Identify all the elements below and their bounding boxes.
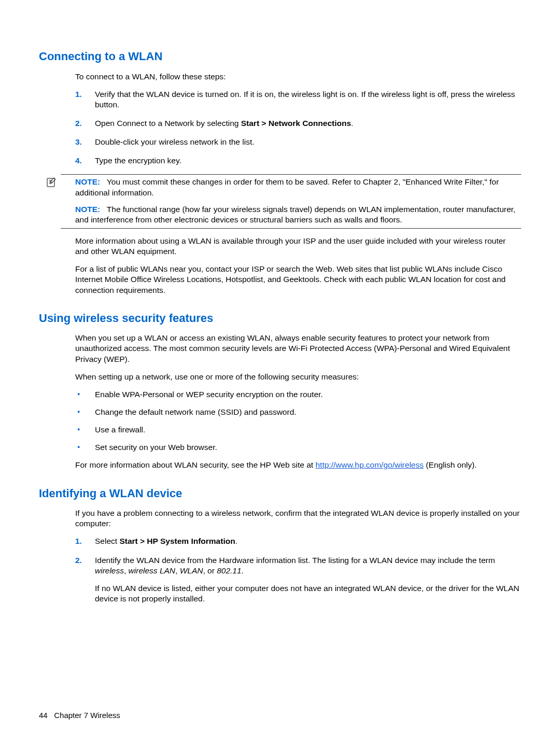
note-block: NOTE: You must commit these changes in o… [61,174,521,229]
step-text: Type the encryption key. [95,156,181,165]
step-2: 2.Identify the WLAN device from the Hard… [75,555,521,605]
heading-identifying-wlan: Identifying a WLAN device [39,486,521,501]
intro-text: To connect to a WLAN, follow these steps… [75,72,521,82]
step-4: 4.Type the encryption key. [75,156,521,166]
step-text: Identify the WLAN device from the Hardwa… [95,556,495,575]
section-identifying-wlan: Identifying a WLAN device If you have a … [39,486,521,605]
bullet-item: Use a firewall. [75,425,521,435]
bullets-list: Enable WPA-Personal or WEP security encr… [75,389,521,453]
para-security-measures: When setting up a network, use one or mo… [75,372,521,382]
steps-list: 1.Verify that the WLAN device is turned … [75,89,521,166]
note-1: NOTE: You must commit these changes in o… [75,177,521,198]
identify-steps: 1.Select Start > HP System Information. … [75,536,521,604]
para-more-info-link: For more information about WLAN security… [75,460,521,470]
para-public-wlan: For a list of public WLANs near you, con… [75,264,521,295]
step-3: 3.Double-click your wireless network in … [75,137,521,147]
step-text: Open Connect to a Network by selecting S… [95,119,353,128]
step-text: Verify that the WLAN device is turned on… [95,90,515,109]
bullet-item: Set security on your Web browser. [75,442,521,453]
heading-connecting-wlan: Connecting to a WLAN [39,49,521,64]
step-text: Double-click your wireless network in th… [95,137,255,146]
para-more-info: More information about using a WLAN is a… [75,236,521,257]
para-security-intro: When you set up a WLAN or access an exis… [75,333,521,364]
section-wireless-security: Using wireless security features When yo… [39,311,521,471]
step-2: 2.Open Connect to a Network by selecting… [75,118,521,129]
heading-wireless-security: Using wireless security features [39,311,521,326]
para-identify-intro: If you have a problem connecting to a wi… [75,508,521,529]
bullet-item: Change the default network name (SSID) a… [75,407,521,417]
step2-sub: If no WLAN device is listed, either your… [95,583,521,604]
section-connecting-wlan: Connecting to a WLAN To connect to a WLA… [39,49,521,296]
step-1: 1.Select Start > HP System Information. [75,536,521,546]
note-2: NOTE: The functional range (how far your… [75,204,521,225]
note-icon [46,177,57,187]
step-text: Select Start > HP System Information. [95,537,237,545]
step-1: 1.Verify that the WLAN device is turned … [75,89,521,110]
svg-rect-0 [47,178,54,187]
bullet-item: Enable WPA-Personal or WEP security encr… [75,389,521,400]
hp-wireless-link[interactable]: http://www.hp.com/go/wireless [315,460,423,469]
